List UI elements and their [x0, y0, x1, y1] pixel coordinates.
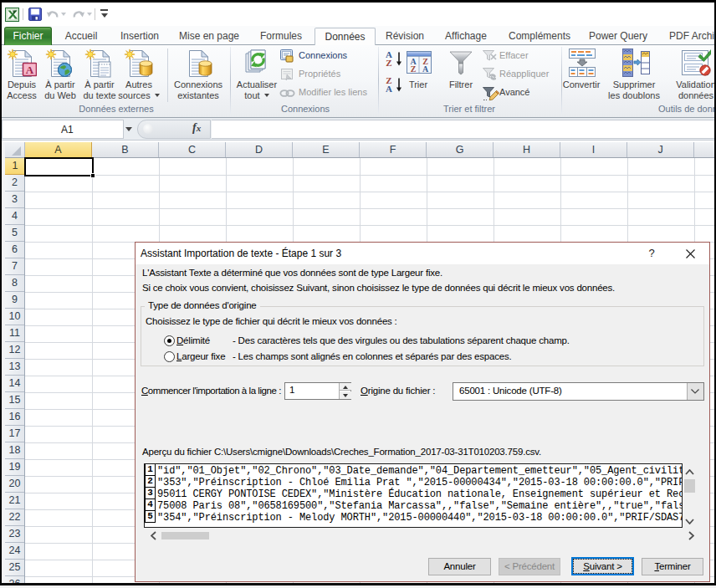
svg-text:A: A [26, 64, 34, 76]
svg-text:A: A [422, 64, 429, 74]
svg-text:Z: Z [411, 64, 417, 74]
